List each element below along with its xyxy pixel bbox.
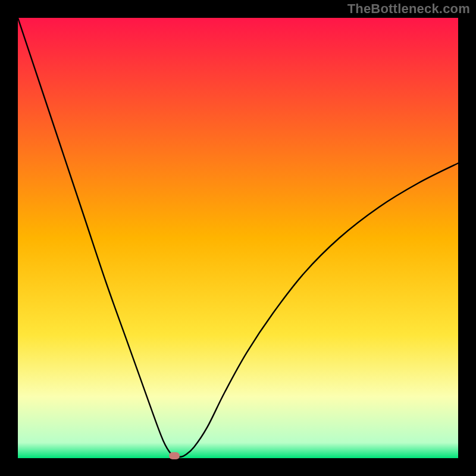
watermark-text: TheBottleneck.com [347,1,470,17]
bottleneck-curve [18,18,458,458]
optimal-point-marker [169,452,180,459]
chart-frame: TheBottleneck.com [0,0,476,476]
plot-area [18,18,458,458]
